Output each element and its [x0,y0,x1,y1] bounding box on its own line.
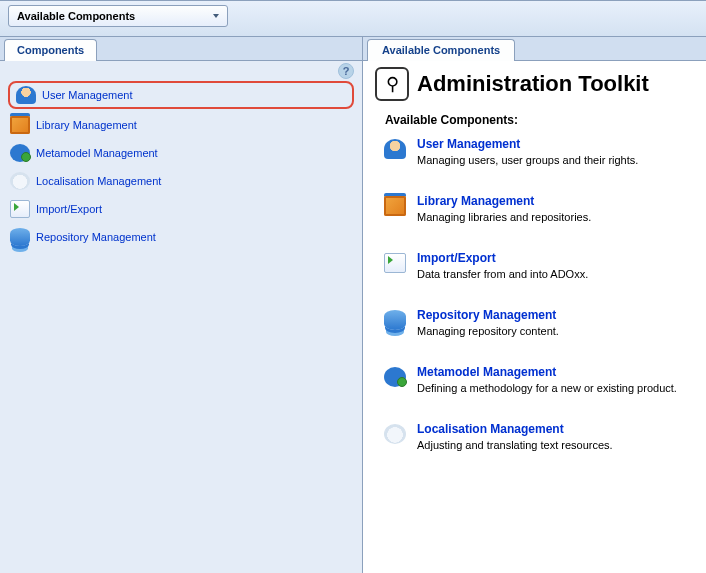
tab-label: Components [17,44,84,56]
key-icon: ⚲ [375,67,409,101]
page-title: Administration Toolkit [417,71,649,97]
available-components-list: User Management Managing users, user gro… [375,137,694,451]
sidebar-item-label: Localisation Management [36,175,161,187]
metamodel-icon [10,144,30,162]
import-export-icon [10,200,30,218]
available-components-dropdown[interactable]: Available Components [8,5,228,27]
tab-available-components[interactable]: Available Components [367,39,515,61]
left-tabbar: Components [0,37,362,61]
component-repository-management[interactable]: Repository Management Managing repositor… [383,308,694,337]
sidebar-item-label: Library Management [36,119,137,131]
user-icon [384,139,406,159]
dropdown-label: Available Components [17,10,135,22]
sidebar-item-label: Metamodel Management [36,147,158,159]
import-export-icon [384,253,406,273]
component-desc: Adjusting and translating text resources… [417,439,613,451]
component-title: Library Management [417,194,591,208]
component-title: User Management [417,137,638,151]
sidebar-item-label: Repository Management [36,231,156,243]
component-title: Localisation Management [417,422,613,436]
component-user-management[interactable]: User Management Managing users, user gro… [383,137,694,166]
localisation-icon [10,172,30,190]
sidebar-item-localisation-management[interactable]: Localisation Management [6,167,356,195]
help-icon[interactable]: ? [338,63,354,79]
component-metamodel-management[interactable]: Metamodel Management Defining a methodol… [383,365,694,394]
component-desc: Managing users, user groups and their ri… [417,154,638,166]
library-icon [384,196,406,216]
title-row: ⚲ Administration Toolkit [375,67,694,101]
tab-label: Available Components [382,44,500,56]
sidebar-item-label: Import/Export [36,203,102,215]
details-panel: Available Components ⚲ Administration To… [363,37,706,573]
tab-components[interactable]: Components [4,39,97,61]
component-library-management[interactable]: Library Management Managing libraries an… [383,194,694,223]
sidebar-item-import-export[interactable]: Import/Export [6,195,356,223]
localisation-icon [384,424,406,444]
metamodel-icon [384,367,406,387]
details-content: ⚲ Administration Toolkit Available Compo… [363,61,706,491]
component-localisation-management[interactable]: Localisation Management Adjusting and tr… [383,422,694,451]
sidebar-item-repository-management[interactable]: Repository Management [6,223,356,251]
help-bar: ? [0,61,362,79]
chevron-down-icon [213,14,219,18]
right-tabbar: Available Components [363,37,706,61]
component-desc: Managing libraries and repositories. [417,211,591,223]
repository-icon [10,228,30,246]
library-icon [10,116,30,134]
subheading: Available Components: [385,113,694,127]
component-desc: Data transfer from and into ADOxx. [417,268,588,280]
component-title: Import/Export [417,251,588,265]
user-icon [16,86,36,104]
component-title: Repository Management [417,308,559,322]
sidebar-item-metamodel-management[interactable]: Metamodel Management [6,139,356,167]
components-panel: Components ? User Management Library Man… [0,37,363,573]
component-desc: Managing repository content. [417,325,559,337]
components-tree: User Management Library Management Metam… [0,79,362,253]
component-desc: Defining a methodology for a new or exis… [417,382,677,394]
sidebar-item-user-management[interactable]: User Management [8,81,354,109]
sidebar-item-label: User Management [42,89,133,101]
sidebar-item-library-management[interactable]: Library Management [6,111,356,139]
component-title: Metamodel Management [417,365,677,379]
repository-icon [384,310,406,330]
component-import-export[interactable]: Import/Export Data transfer from and int… [383,251,694,280]
toolbar: Available Components [0,1,706,37]
